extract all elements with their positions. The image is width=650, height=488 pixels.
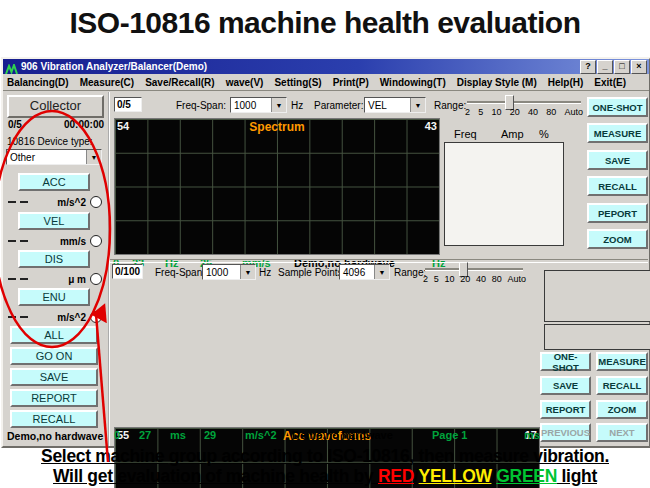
menu-display-style[interactable]: Display Style (M) <box>457 77 537 88</box>
enu-button[interactable]: ENU <box>18 288 90 306</box>
window-title: 906 Vibration Analyzer/Balancer(Demo) <box>21 61 207 72</box>
help-button[interactable]: ? <box>580 60 596 74</box>
collector-count: 0/5 <box>8 119 22 130</box>
peak-list-box <box>444 142 564 246</box>
save-button-spectrum[interactable]: SAVE <box>587 150 648 170</box>
collector-timer: 00:00:00 <box>64 119 104 130</box>
waveform-info-box-1 <box>544 270 650 322</box>
peport-button-spectrum[interactable]: PEPORT <box>587 203 648 223</box>
zoom-button-spectrum[interactable]: ZOOM <box>587 229 648 249</box>
acc-button[interactable]: ACC <box>18 173 90 191</box>
parameter-select[interactable]: VEL ▼ <box>364 97 426 113</box>
freq-span-unit-1: Hz <box>291 100 303 111</box>
next-button[interactable]: NEXT <box>596 423 648 442</box>
range-ticks-2: 2510204080Auto <box>423 274 526 284</box>
collector-sidebar: Collector 0/5 00:00:00 10816 Device type… <box>4 92 110 446</box>
save-button-sidebar[interactable]: SAVE <box>10 368 98 386</box>
recall-button-sidebar[interactable]: RECALL <box>10 410 98 428</box>
recall-button-spectrum[interactable]: RECALL <box>587 176 648 196</box>
app-window: 906 Vibration Analyzer/Balancer(Demo) ? … <box>1 57 650 448</box>
spectrum-counter-field: 0/5 <box>114 97 142 112</box>
menu-setting[interactable]: Setting(S) <box>274 77 321 88</box>
menu-balancing[interactable]: Balancing(D) <box>7 77 69 88</box>
maximize-button[interactable]: □ <box>614 60 630 74</box>
dis-unit-row: μ m <box>8 272 102 286</box>
chevron-down-icon[interactable]: ▼ <box>410 98 425 112</box>
save-button-waveform[interactable]: SAVE <box>540 376 591 395</box>
line-style-mark <box>8 201 16 203</box>
device-type-select[interactable]: Other ▼ <box>6 149 102 165</box>
chevron-down-icon[interactable]: ▼ <box>240 265 255 279</box>
app-icon <box>5 61 18 72</box>
line-style-mark <box>8 316 16 318</box>
sample-points-value: 4096 <box>340 267 374 278</box>
line-style-mark <box>20 316 28 318</box>
spectrum-scale-tl: 54 <box>117 120 129 132</box>
chevron-down-icon[interactable]: ▼ <box>271 98 286 112</box>
vel-unit-label: mm/s <box>60 236 86 247</box>
sample-points-select[interactable]: 4096 ▼ <box>339 264 390 280</box>
menu-save-recall[interactable]: Save/Recall(R) <box>145 77 214 88</box>
vel-button[interactable]: VEL <box>18 212 90 230</box>
chevron-down-icon[interactable]: ▼ <box>86 150 101 164</box>
annotation-line1: Select machine group according to ISO-10… <box>0 446 650 466</box>
red-word: RED <box>378 466 414 486</box>
chevron-down-icon[interactable]: ▼ <box>374 265 389 279</box>
go-on-button[interactable]: GO ON <box>10 347 98 365</box>
menu-exit[interactable]: Exit(E) <box>594 77 626 88</box>
minimize-button[interactable]: _ <box>597 60 613 74</box>
annotation-text: Select machine group according to ISO-10… <box>0 446 650 486</box>
menu-print[interactable]: Print(P) <box>333 77 369 88</box>
recall-button-waveform[interactable]: RECALL <box>596 376 648 395</box>
menu-wave[interactable]: wave(V) <box>226 77 264 88</box>
line-style-mark <box>20 240 28 242</box>
enu-unit-label: m/s^2 <box>57 312 86 323</box>
window-controls: ? _ □ × <box>580 60 647 74</box>
line-style-mark <box>20 201 28 203</box>
line-style-mark <box>20 278 28 280</box>
measure-button-spectrum[interactable]: MEASURE <box>587 123 648 143</box>
spectrum-scale-tr: 43 <box>425 120 437 132</box>
menu-help[interactable]: Help(H) <box>548 77 584 88</box>
main-area: Collector 0/5 00:00:00 10816 Device type… <box>3 92 649 446</box>
waveform-counter-field: 0/100 <box>112 264 143 279</box>
vel-status-lamp[interactable] <box>90 235 102 247</box>
report-button-waveform[interactable]: REPORT <box>540 400 591 419</box>
one-shot-button-waveform[interactable]: ONE-SHOT <box>540 352 591 371</box>
yellow-word: YELLOW <box>419 466 492 486</box>
menu-measure[interactable]: Measure(C) <box>80 77 134 88</box>
range-label-2: Range: <box>394 267 426 278</box>
report-button-sidebar[interactable]: REPORT <box>10 389 98 407</box>
acc-unit-row: m/s^2 <box>8 195 102 209</box>
spectrum-chart: Spectrum 54 43 <box>114 118 440 255</box>
slider-track <box>467 101 581 104</box>
freq-span-select-2[interactable]: 1000 ▼ <box>202 264 256 280</box>
enu-unit-row: m/s^2 <box>8 310 102 324</box>
dis-button[interactable]: DIS <box>18 250 90 268</box>
waveform-footer-29: 29 <box>204 429 216 441</box>
dis-status-lamp[interactable] <box>90 273 102 285</box>
close-button[interactable]: × <box>631 60 647 74</box>
parameter-label: Parameter: <box>314 100 363 111</box>
titlebar: 906 Vibration Analyzer/Balancer(Demo) ? … <box>3 59 649 74</box>
all-button[interactable]: ALL <box>10 326 98 344</box>
one-shot-button-spectrum[interactable]: ONE-SHOT <box>587 97 648 117</box>
menubar: Balancing(D) Measure(C) Save/Recall(R) w… <box>3 74 649 91</box>
peak-header-freq: Freq <box>454 128 477 140</box>
green-word: GREEN <box>496 466 557 486</box>
acc-status-lamp[interactable] <box>90 196 102 208</box>
menu-windowing[interactable]: Windowing(T) <box>380 77 446 88</box>
screenshot-root: ISO-10816 machine health evaluation 906 … <box>0 0 650 488</box>
enu-status-lamp[interactable] <box>90 311 102 323</box>
measure-button-waveform[interactable]: MEASURE <box>596 352 648 371</box>
acc-unit-label: m/s^2 <box>57 197 86 208</box>
waveform-footer-xunit: ms <box>524 429 540 441</box>
freq-span-select-1[interactable]: 1000 ▼ <box>230 97 287 113</box>
zoom-button-waveform[interactable]: ZOOM <box>596 400 648 419</box>
previous-button[interactable]: PREVIOUS <box>540 423 591 442</box>
freq-span-label-2: Freq-Span: <box>155 267 205 278</box>
freq-span-value-1: 1000 <box>231 100 271 111</box>
annotation-line2: Will get evaluation of machine health by… <box>0 466 650 486</box>
content-area: 0/5 Freq-Span: 1000 ▼ Hz Parameter: VEL … <box>110 92 648 446</box>
waveform-info-box-2 <box>544 324 650 350</box>
